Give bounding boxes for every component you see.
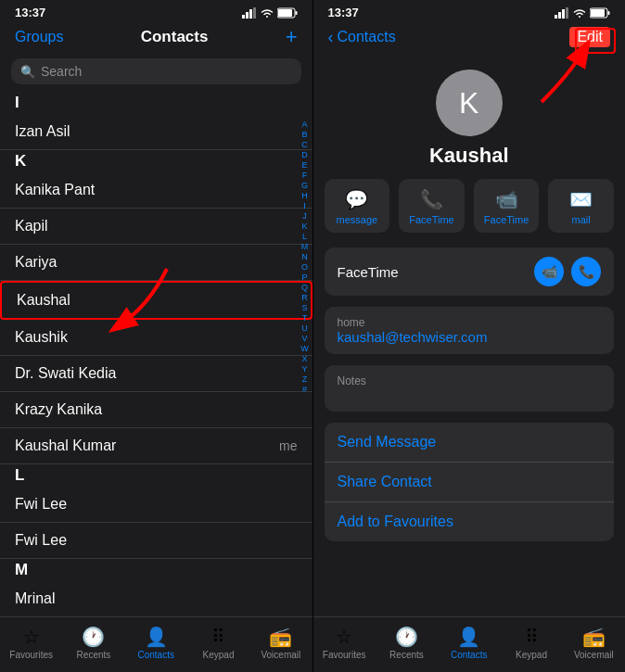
wifi-icon-r bbox=[573, 7, 586, 19]
contacts-header: Groups Contacts + bbox=[0, 23, 312, 55]
message-action-btn[interactable]: 💬 message bbox=[325, 179, 390, 233]
time-left: 13:37 bbox=[15, 6, 45, 19]
tab-favourites-left[interactable]: ☆ Favourites bbox=[0, 626, 62, 660]
contact-fwi1[interactable]: Fwi Lee bbox=[0, 487, 312, 523]
clock-icon: 🕐 bbox=[82, 626, 105, 648]
battery-icon bbox=[277, 7, 298, 19]
section-M: M bbox=[0, 559, 312, 581]
svg-rect-1 bbox=[246, 12, 249, 19]
tab-recents-left[interactable]: 🕐 Recents bbox=[62, 626, 124, 660]
facetime-video-btn[interactable]: 📹 FaceTime bbox=[474, 179, 540, 233]
contact-detail-name: Kaushal bbox=[429, 144, 509, 168]
status-icons-left bbox=[242, 7, 298, 19]
message-icon: 💬 bbox=[345, 188, 368, 210]
left-panel: 13:37 Groups Contac bbox=[0, 0, 312, 672]
tab-keypad-left[interactable]: ⠿ Keypad bbox=[187, 626, 249, 660]
tab-contacts-right[interactable]: 👤 Contacts bbox=[438, 626, 500, 660]
tab-voicemail-left[interactable]: 📻 Voicemail bbox=[249, 626, 312, 660]
battery-icon-r bbox=[590, 7, 610, 19]
phone-icon: 📞 bbox=[420, 188, 443, 210]
groups-button[interactable]: Groups bbox=[15, 29, 63, 45]
keypad-icon: ⠿ bbox=[211, 626, 225, 648]
svg-rect-14 bbox=[591, 9, 605, 17]
email-info: home kaushal@techwiser.com bbox=[338, 316, 488, 345]
signal-icon bbox=[242, 7, 257, 19]
facetime-row[interactable]: FaceTime 📹 📞 bbox=[325, 247, 615, 296]
notes-row[interactable]: Notes bbox=[325, 365, 615, 412]
contact-kanika[interactable]: Kanika Pant bbox=[0, 172, 312, 209]
contact-hero: K Kaushal bbox=[313, 55, 626, 179]
email-section: home kaushal@techwiser.com bbox=[325, 307, 615, 354]
svg-rect-8 bbox=[555, 15, 557, 19]
tab-contacts-left[interactable]: 👤 Contacts bbox=[125, 626, 187, 660]
facetime-phone-btn-row[interactable]: 📞 bbox=[571, 257, 601, 286]
star-icon-r: ☆ bbox=[336, 626, 352, 648]
notes-section: Notes bbox=[325, 365, 615, 412]
contact-detail-header: ‹ Contacts Edit bbox=[313, 23, 626, 55]
add-contact-button[interactable]: + bbox=[286, 27, 298, 47]
person-icon: 👤 bbox=[145, 626, 168, 648]
edit-button[interactable]: Edit bbox=[569, 27, 610, 47]
contact-kapil[interactable]: Kapil bbox=[0, 209, 312, 245]
contacts-title: Contacts bbox=[141, 28, 209, 46]
clock-icon-r: 🕐 bbox=[395, 626, 418, 648]
contact-kaushik[interactable]: Kaushik bbox=[0, 320, 312, 356]
contact-fwi2[interactable]: Fwi Lee bbox=[0, 523, 312, 559]
send-message-btn[interactable]: Send Message bbox=[325, 423, 615, 463]
share-contact-btn[interactable]: Share Contact bbox=[325, 463, 615, 502]
contact-kaushal[interactable]: Kaushal bbox=[0, 281, 312, 320]
keypad-icon-r: ⠿ bbox=[525, 626, 539, 648]
tab-keypad-right[interactable]: ⠿ Keypad bbox=[500, 626, 562, 660]
contact-izan[interactable]: Izan Asil bbox=[0, 114, 312, 150]
facetime-audio-btn[interactable]: 📞 FaceTime bbox=[399, 179, 465, 233]
alphabet-sidebar[interactable]: A B C D E F G H I J K L M N O P Q R S T … bbox=[300, 120, 311, 394]
contact-swati[interactable]: Dr. Swati Kedia bbox=[0, 356, 312, 392]
send-message-label: Send Message bbox=[338, 434, 437, 450]
facetime-section: FaceTime 📹 📞 bbox=[325, 247, 615, 296]
contact-kariya[interactable]: Kariya bbox=[0, 245, 312, 281]
contacts-list: I Izan Asil K Kanika Pant Kapil Kariya K… bbox=[0, 92, 312, 672]
email-type: home bbox=[338, 316, 488, 329]
contact-mrinal[interactable]: Mrinal bbox=[0, 581, 312, 617]
contact-detail-scroll[interactable]: K Kaushal 💬 message 📞 FaceTime 📹 FaceTim… bbox=[313, 55, 626, 672]
svg-rect-13 bbox=[608, 11, 610, 15]
contact-kaushal-kumar[interactable]: Kaushal Kumar me bbox=[0, 428, 312, 464]
contacts-scroll[interactable]: I Izan Asil K Kanika Pant Kapil Kariya K… bbox=[0, 92, 312, 672]
status-icons-right bbox=[555, 7, 610, 19]
section-I: I bbox=[0, 92, 312, 114]
add-favourites-btn[interactable]: Add to Favourites bbox=[325, 502, 615, 541]
search-bar[interactable]: 🔍 Search bbox=[11, 58, 301, 84]
chevron-left-icon: ‹ bbox=[328, 28, 334, 47]
mail-icon: ✉️ bbox=[569, 188, 593, 210]
facetime-icons: 📹 📞 bbox=[534, 257, 601, 286]
svg-rect-3 bbox=[253, 7, 256, 19]
facetime-video-btn-row[interactable]: 📹 bbox=[534, 257, 564, 286]
voicemail-icon: 📻 bbox=[269, 626, 292, 648]
blue-actions-section: Send Message Share Contact Add to Favour… bbox=[325, 423, 615, 541]
svg-rect-6 bbox=[278, 9, 292, 17]
contact-avatar: K bbox=[436, 70, 503, 136]
tab-bar-left: ☆ Favourites 🕐 Recents 👤 Contacts ⠿ Keyp… bbox=[0, 616, 312, 672]
add-favourites-label: Add to Favourites bbox=[338, 514, 453, 529]
contact-actions: 💬 message 📞 FaceTime 📹 FaceTime ✉️ mail bbox=[313, 179, 626, 247]
mail-action-btn[interactable]: ✉️ mail bbox=[548, 179, 614, 233]
svg-rect-0 bbox=[242, 15, 245, 19]
video-icon: 📹 bbox=[495, 188, 518, 210]
status-bar-left: 13:37 bbox=[0, 0, 312, 23]
email-row[interactable]: home kaushal@techwiser.com bbox=[325, 307, 615, 354]
share-contact-label: Share Contact bbox=[338, 474, 432, 489]
search-icon: 🔍 bbox=[20, 65, 35, 79]
back-button[interactable]: ‹ Contacts bbox=[328, 28, 396, 47]
tab-favourites-right[interactable]: ☆ Favourites bbox=[313, 626, 376, 660]
search-placeholder: Search bbox=[41, 64, 82, 79]
svg-rect-11 bbox=[566, 7, 568, 19]
tab-voicemail-right[interactable]: 📻 Voicemail bbox=[563, 626, 625, 660]
voicemail-icon-r: 📻 bbox=[582, 626, 606, 648]
svg-rect-9 bbox=[558, 12, 561, 19]
facetime-audio-label: FaceTime bbox=[409, 214, 454, 225]
back-label: Contacts bbox=[338, 29, 396, 45]
notes-label: Notes bbox=[338, 374, 602, 387]
tab-recents-right[interactable]: 🕐 Recents bbox=[376, 626, 438, 660]
contact-krazy[interactable]: Krazy Kanika bbox=[0, 392, 312, 428]
section-K: K bbox=[0, 150, 312, 172]
